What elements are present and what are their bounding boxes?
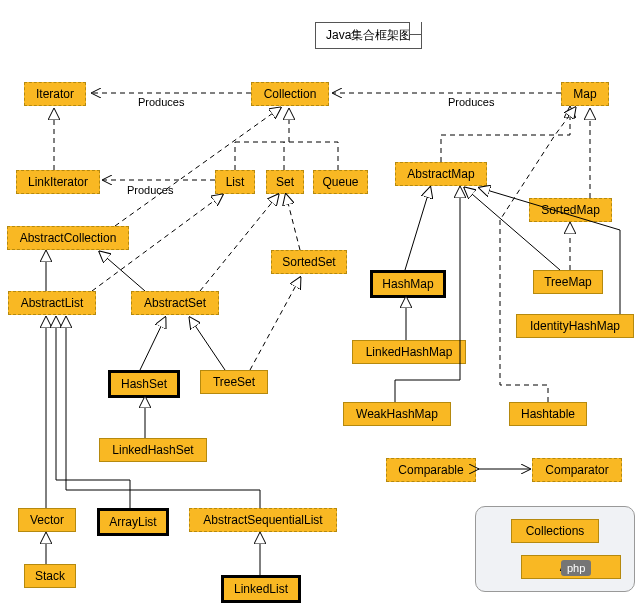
node-identityhashmap: IdentityHashMap xyxy=(516,314,634,338)
watermark-badge: php xyxy=(561,560,591,576)
node-arraylist: ArrayList xyxy=(97,508,169,536)
node-list: List xyxy=(215,170,255,194)
node-map: Map xyxy=(561,82,609,106)
node-treeset: TreeSet xyxy=(200,370,268,394)
diagram-title-note: Java集合框架图 xyxy=(315,22,422,49)
node-abstractset: AbstractSet xyxy=(131,291,219,315)
svg-line-10 xyxy=(286,195,300,250)
svg-line-20 xyxy=(190,318,225,370)
node-hashmap: HashMap xyxy=(370,270,446,298)
node-hashtable: Hashtable xyxy=(509,402,587,426)
node-comparator: Comparator xyxy=(532,458,622,482)
node-treemap: TreeMap xyxy=(533,270,603,294)
note-corner-fold xyxy=(409,22,422,35)
node-linkiterator: LinkIterator xyxy=(16,170,100,194)
node-sortedmap: SortedMap xyxy=(529,198,612,222)
node-abstractsequentiallist: AbstractSequentialList xyxy=(189,508,337,532)
node-iterator: Iterator xyxy=(24,82,86,106)
node-queue: Queue xyxy=(313,170,368,194)
node-abstractmap: AbstractMap xyxy=(395,162,487,186)
diagram-title: Java集合框架图 xyxy=(326,28,411,42)
svg-line-14 xyxy=(200,195,278,291)
node-set: Set xyxy=(266,170,304,194)
label-produces-3: Produces xyxy=(127,184,173,196)
svg-line-15 xyxy=(405,188,430,270)
node-linkedhashmap: LinkedHashMap xyxy=(352,340,466,364)
legend-collections: Collections xyxy=(511,519,599,543)
node-linkedlist: LinkedList xyxy=(221,575,301,603)
node-sortedset: SortedSet xyxy=(271,250,347,274)
node-stack: Stack xyxy=(24,564,76,588)
node-linkedhashset: LinkedHashSet xyxy=(99,438,207,462)
node-comparable: Comparable xyxy=(386,458,476,482)
svg-line-21 xyxy=(250,278,300,370)
label-produces-1: Produces xyxy=(138,96,184,108)
label-produces-2: Produces xyxy=(448,96,494,108)
node-abstractcollection: AbstractCollection xyxy=(7,226,129,250)
svg-line-13 xyxy=(100,252,145,291)
node-abstractlist: AbstractList xyxy=(8,291,96,315)
node-hashset: HashSet xyxy=(108,370,180,398)
node-collection: Collection xyxy=(251,82,329,106)
svg-line-19 xyxy=(140,318,165,370)
node-weakhashmap: WeakHashMap xyxy=(343,402,451,426)
legend-box: Collections Arra xyxy=(475,506,635,592)
node-vector: Vector xyxy=(18,508,76,532)
